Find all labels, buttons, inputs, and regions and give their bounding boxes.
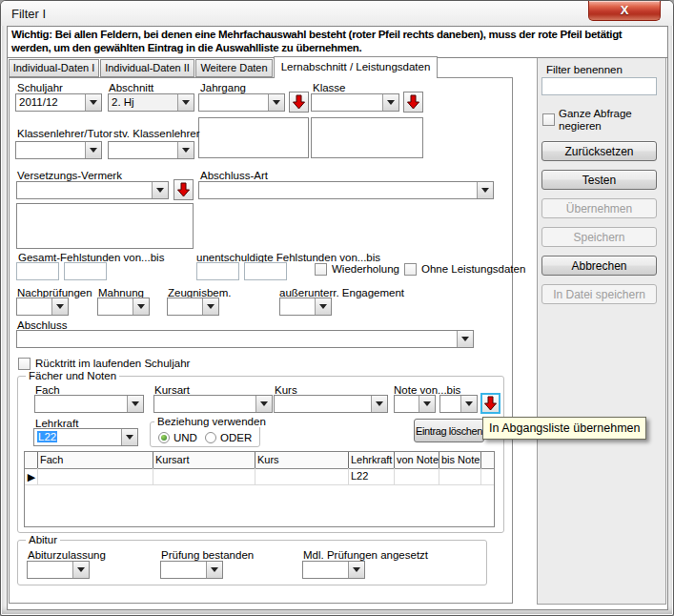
in-datei-speichern-button[interactable]: In Datei speichern [541, 284, 657, 304]
grid-col-von-note[interactable]: von Note [395, 452, 439, 468]
chevron-down-icon[interactable] [460, 396, 477, 412]
chevron-down-icon[interactable] [133, 298, 149, 315]
versetzung-selected-list[interactable] [16, 203, 194, 249]
tab-individual-daten-1[interactable]: Individual-Daten I [9, 59, 99, 77]
oder-radio[interactable] [205, 432, 216, 443]
negieren-label-line1: Ganze Abfrage [559, 108, 632, 119]
engagement-select[interactable] [279, 298, 332, 316]
tab-individual-daten-2[interactable]: Individual-Daten II [100, 59, 194, 77]
chevron-down-icon[interactable] [315, 298, 331, 315]
gesamt-fehlstunden-von-input[interactable] [16, 262, 59, 280]
fach-select[interactable] [34, 395, 144, 413]
chevron-down-icon[interactable] [255, 396, 272, 412]
note-von-select[interactable] [394, 395, 436, 413]
dialog-window: Filter I X Wichtig: Bei allen Feldern, b… [0, 0, 674, 616]
chevron-down-icon[interactable] [127, 396, 143, 412]
grid-col-kurs[interactable]: Kurs [255, 452, 349, 468]
kurs-select[interactable] [274, 395, 388, 413]
sidebar-panel [537, 56, 666, 605]
stv-klassenlehrer-select[interactable] [108, 141, 194, 159]
red-down-arrow-icon [407, 94, 419, 110]
warning-banner: Wichtig: Bei allen Feldern, bei denen ei… [7, 26, 668, 58]
chevron-down-icon[interactable] [371, 396, 387, 412]
title-bar[interactable]: Filter I [1, 1, 673, 26]
ruecktritt-checkbox[interactable] [18, 358, 31, 370]
chevron-down-icon[interactable] [121, 429, 137, 445]
close-button[interactable]: X [588, 1, 661, 21]
jahrgang-apply-button[interactable] [289, 92, 309, 113]
abiturzulassung-select[interactable] [27, 561, 90, 579]
chevron-down-icon[interactable] [382, 94, 398, 111]
cell-bis-note[interactable] [439, 468, 481, 484]
gesamt-fehlstunden-bis-input[interactable] [64, 262, 107, 280]
mahnung-select[interactable] [97, 298, 150, 316]
cell-lehrkraft[interactable]: L22 [349, 468, 395, 484]
versetzung-apply-button[interactable] [174, 179, 194, 200]
tab-weitere-daten[interactable]: Weitere Daten [195, 59, 273, 77]
chevron-down-icon[interactable] [419, 396, 435, 412]
filter-name-input[interactable] [541, 77, 657, 95]
pruefung-bestanden-select[interactable] [160, 561, 223, 579]
chevron-down-icon[interactable] [85, 94, 101, 111]
klasse-select[interactable] [311, 93, 399, 112]
row-selector-icon[interactable]: ▶ [25, 468, 38, 484]
klasse-selected-list[interactable] [311, 117, 423, 158]
schuljahr-select[interactable]: 2011/12 [15, 93, 102, 112]
chevron-down-icon[interactable] [51, 298, 68, 315]
close-icon: X [621, 3, 629, 17]
abbrechen-button[interactable]: Abbrechen [541, 256, 657, 276]
speichern-button[interactable]: Speichern [541, 227, 657, 247]
abschluss-select[interactable] [16, 330, 474, 348]
nachpruefungen-select[interactable] [16, 298, 69, 316]
kursart-select[interactable] [153, 395, 273, 413]
jahrgang-select[interactable] [198, 93, 285, 112]
cell-fach[interactable] [38, 468, 153, 484]
abschluss-art-select[interactable] [198, 181, 494, 199]
eintrag-loeschen-button[interactable]: Eintrag löschen [414, 419, 484, 442]
chevron-down-icon[interactable] [206, 562, 222, 578]
chevron-down-icon[interactable] [177, 142, 194, 158]
negieren-checkbox[interactable] [542, 113, 555, 126]
versetzung-select[interactable] [16, 181, 169, 199]
grid-col-lehrkraft[interactable]: Lehrkraft [349, 452, 395, 468]
red-down-arrow-icon [177, 182, 190, 197]
ohne-leistungsdaten-checkbox[interactable] [404, 263, 417, 276]
tab-lernabschnitt-leistungsdaten[interactable]: Lernabschnitt / Leistungsdaten [274, 56, 438, 78]
cell-von-note[interactable] [395, 468, 439, 484]
cell-kursart[interactable] [153, 468, 255, 484]
zeugnisbem-select[interactable] [167, 298, 219, 316]
jahrgang-selected-list[interactable] [198, 117, 309, 158]
lehrkraft-select[interactable]: L22 [33, 428, 138, 446]
note-apply-button[interactable] [480, 393, 500, 414]
chevron-down-icon[interactable] [152, 182, 168, 198]
mdl-pruefungen-label: Mdl. Prüfungen angesetzt [303, 549, 428, 561]
warning-line-2: werden, um den gewählten Eintrag in die … [11, 42, 667, 53]
note-bis-select[interactable] [439, 395, 478, 413]
chevron-down-icon[interactable] [457, 331, 473, 347]
mdl-pruefungen-select[interactable] [302, 561, 365, 579]
testen-button[interactable]: Testen [541, 170, 657, 190]
table-row[interactable]: ▶ L22 [25, 468, 494, 485]
uebernehmen-button[interactable]: Übernehmen [541, 198, 657, 218]
chevron-down-icon[interactable] [72, 562, 89, 578]
klassenlehrer-select[interactable] [15, 141, 102, 159]
grid-col-bis-note[interactable]: bis Note [439, 452, 481, 468]
wiederholung-checkbox[interactable] [315, 263, 327, 276]
abschnitt-select[interactable]: 2. Hj [108, 93, 194, 112]
klasse-apply-button[interactable] [403, 92, 423, 113]
unentschuldigt-von-input[interactable] [196, 262, 239, 280]
chevron-down-icon[interactable] [348, 562, 364, 578]
chevron-down-icon[interactable] [477, 182, 493, 198]
chevron-down-icon[interactable] [85, 142, 101, 158]
chevron-down-icon[interactable] [268, 94, 284, 111]
grid-col-kursart[interactable]: Kursart [153, 452, 255, 468]
cell-kurs[interactable] [255, 468, 349, 484]
unentschuldigt-bis-input[interactable] [244, 262, 287, 280]
chevron-down-icon[interactable] [202, 298, 218, 315]
abschluss-art-label: Abschluss-Art [200, 170, 268, 181]
faecher-grid[interactable]: Fach Kursart Kurs Lehrkraft von Note bis… [24, 451, 495, 527]
zuruecksetzen-button[interactable]: Zurücksetzen [541, 141, 657, 161]
grid-col-fach[interactable]: Fach [38, 452, 153, 468]
und-radio[interactable] [158, 432, 170, 443]
chevron-down-icon[interactable] [177, 94, 194, 111]
